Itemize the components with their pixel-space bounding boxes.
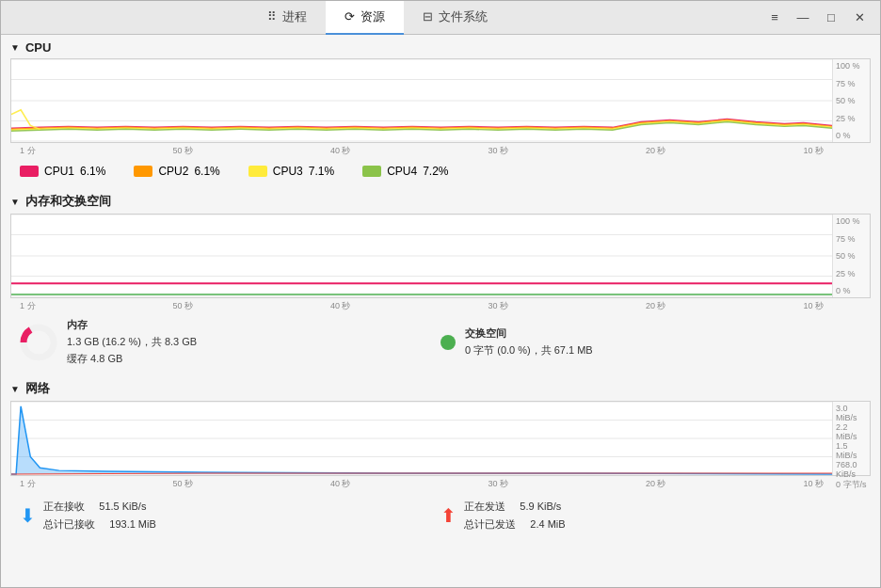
cpu-yaxis-25: 25 % <box>836 114 867 123</box>
receive-info-col: ⬇ 正在接收 51.5 KiB/s 总计已接收 193.1 MiB <box>20 498 440 532</box>
network-xaxis-1: 1 分 <box>20 478 36 490</box>
cpu3-color <box>248 166 267 177</box>
memory-yaxis: 100 % 75 % 50 % 25 % 0 % <box>832 215 870 297</box>
tab-processes-label: 进程 <box>282 8 307 25</box>
total-sent-value: 2.4 MiB <box>530 518 565 530</box>
cpu2-legend: CPU2 6.1% <box>134 165 219 178</box>
tab-filesystem-label: 文件系统 <box>439 8 488 25</box>
tab-resources-label: 资源 <box>360 8 385 25</box>
network-xaxis-20: 20 秒 <box>646 478 666 490</box>
network-yaxis-22: 2.2 MiB/s <box>836 422 867 441</box>
network-section-header[interactable]: ▼ 网络 <box>1 374 880 401</box>
cpu2-color <box>134 166 152 177</box>
cpu-section-header[interactable]: ▼ CPU <box>1 35 880 58</box>
memory-yaxis-0: 0 % <box>836 286 867 295</box>
memory-xaxis: 1 分 50 秒 40 秒 30 秒 20 秒 10 秒 <box>10 298 871 314</box>
network-yaxis-15: 1.5 MiB/s <box>836 441 867 460</box>
cpu3-value: 7.1% <box>309 165 334 178</box>
memory-chart: 100 % 75 % 50 % 25 % 0 % <box>10 214 871 298</box>
tab-filesystem[interactable]: ⊟ 文件系统 <box>404 1 506 35</box>
cpu-chart-svg <box>11 59 832 142</box>
memory-xaxis-20: 20 秒 <box>646 300 666 312</box>
cpu-yaxis-100: 100 % <box>836 61 867 71</box>
swap-info-text: 交换空间 0 字节 (0.0 %)，共 67.1 MB <box>465 326 593 359</box>
receiving-label: 正在接收 <box>43 501 85 512</box>
network-yaxis-0: 0 字节/s <box>836 479 867 491</box>
memory-xaxis-30: 30 秒 <box>488 300 508 312</box>
network-xaxis-50: 50 秒 <box>172 478 193 490</box>
cpu-yaxis-50: 50 % <box>836 96 867 105</box>
memory-info-text: 内存 1.3 GB (16.2 %)，共 8.3 GB 缓存 4.8 GB <box>67 318 197 367</box>
total-received-value: 193.1 MiB <box>109 518 156 530</box>
memory-yaxis-25: 25 % <box>836 269 867 278</box>
memory-xaxis-10: 10 秒 <box>803 300 824 312</box>
memory-donut-chart <box>20 324 57 361</box>
tab-bar: ⠿ 进程 ⟳ 资源 ⊟ 文件系统 <box>1 1 754 35</box>
network-xaxis: 1 分 50 秒 40 秒 30 秒 20 秒 10 秒 <box>10 476 871 492</box>
cpu-yaxis: 100 % 75 % 50 % 25 % 0 % <box>832 59 870 142</box>
svg-marker-19 <box>11 406 832 474</box>
tab-resources[interactable]: ⟳ 资源 <box>326 1 404 35</box>
tab-processes[interactable]: ⠿ 进程 <box>248 1 326 35</box>
cpu3-legend: CPU3 7.1% <box>248 165 334 178</box>
cpu-section: ▼ CPU <box>1 35 880 183</box>
resources-icon: ⟳ <box>344 9 355 24</box>
memory-xaxis-1: 1 分 <box>20 300 36 312</box>
network-chart-svg <box>11 402 832 475</box>
network-chart: 3.0 MiB/s 2.2 MiB/s 1.5 MiB/s 768.0 KiB/… <box>10 401 871 476</box>
network-section-label: 网络 <box>25 380 50 397</box>
minimize-button[interactable]: — <box>790 5 816 31</box>
cpu1-value: 6.1% <box>80 165 105 178</box>
cpu-chart: 100 % 75 % 50 % 25 % 0 % <box>10 58 871 143</box>
cpu2-label: CPU2 <box>158 165 188 178</box>
network-info-row: ⬇ 正在接收 51.5 KiB/s 总计已接收 193.1 MiB <box>1 492 880 538</box>
cpu4-value: 7.2% <box>423 165 448 178</box>
sending-label: 正在发送 <box>464 501 505 512</box>
cpu-yaxis-75: 75 % <box>836 79 867 88</box>
cpu-xaxis-50: 50 秒 <box>172 145 193 157</box>
memory-chart-svg <box>11 215 832 297</box>
cpu-xaxis-20: 20 秒 <box>646 145 666 157</box>
memory-info-row: 内存 1.3 GB (16.2 %)，共 8.3 GB 缓存 4.8 GB 交换… <box>1 314 880 371</box>
network-section: ▼ 网络 3.0 MiB/s 2.2 Mi <box>1 374 880 538</box>
network-arrow-icon: ▼ <box>10 384 20 394</box>
cpu2-value: 6.1% <box>194 165 219 178</box>
window-controls: ≡ — □ ✕ <box>754 5 880 31</box>
cpu-xaxis: 1 分 50 秒 40 秒 30 秒 20 秒 10 秒 <box>10 143 871 159</box>
cpu1-color <box>20 166 39 177</box>
send-info-col: ⬆ 正在发送 5.9 KiB/s 总计已发送 2.4 MiB <box>440 498 861 532</box>
memory-cache: 缓存 4.8 GB <box>67 351 197 368</box>
network-xaxis-10: 10 秒 <box>803 478 824 490</box>
memory-xaxis-50: 50 秒 <box>172 300 193 312</box>
receiving-value: 51.5 KiB/s <box>99 501 146 512</box>
memory-usage: 1.3 GB (16.2 %)，共 8.3 GB <box>67 334 197 351</box>
network-yaxis-768: 768.0 KiB/s <box>836 460 867 479</box>
cpu3-label: CPU3 <box>273 165 303 178</box>
main-content: ▼ CPU <box>1 35 880 587</box>
sending-value: 5.9 KiB/s <box>520 501 561 512</box>
close-button[interactable]: ✕ <box>846 5 873 31</box>
swap-label: 交换空间 <box>465 326 593 341</box>
memory-label: 内存 <box>67 318 197 332</box>
cpu1-legend: CPU1 6.1% <box>20 165 105 178</box>
cpu-section-label: CPU <box>25 40 51 55</box>
memory-section: ▼ 内存和交换空间 100 % 75 % 5 <box>1 187 880 371</box>
cpu-arrow-icon: ▼ <box>10 42 20 53</box>
cpu4-label: CPU4 <box>387 165 417 178</box>
cpu-xaxis-1: 1 分 <box>20 145 36 157</box>
maximize-button[interactable]: □ <box>818 5 844 31</box>
processes-icon: ⠿ <box>267 9 277 24</box>
cpu-xaxis-30: 30 秒 <box>488 145 508 157</box>
receive-arrow-icon: ⬇ <box>20 504 36 527</box>
filesystem-icon: ⊟ <box>423 9 433 24</box>
network-yaxis: 3.0 MiB/s 2.2 MiB/s 1.5 MiB/s 768.0 KiB/… <box>832 402 870 475</box>
cpu1-label: CPU1 <box>44 165 74 178</box>
memory-yaxis-75: 75 % <box>836 234 867 244</box>
swap-indicator <box>440 335 456 350</box>
cpu-xaxis-10: 10 秒 <box>803 145 824 157</box>
memory-info-col: 内存 1.3 GB (16.2 %)，共 8.3 GB 缓存 4.8 GB <box>20 318 440 367</box>
menu-button[interactable]: ≡ <box>761 5 788 31</box>
memory-section-header[interactable]: ▼ 内存和交换空间 <box>1 187 880 214</box>
network-xaxis-40: 40 秒 <box>330 478 351 490</box>
cpu4-legend: CPU4 7.2% <box>362 165 448 178</box>
